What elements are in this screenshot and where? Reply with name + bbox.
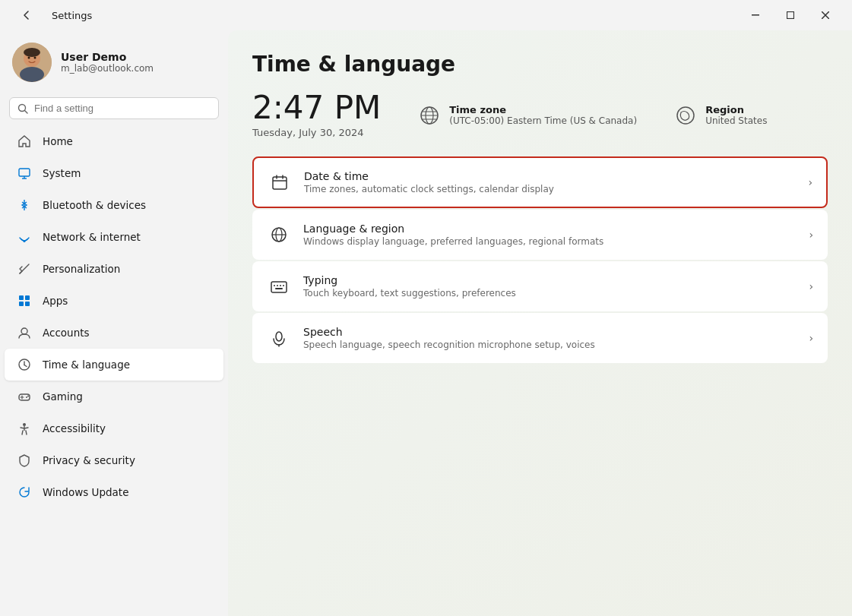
region-label: Region [705,104,767,115]
current-time: 2:47 PM [252,92,381,124]
page-title: Time & language [252,52,828,77]
timezone-text: Time zone (UTC-05:00) Eastern Time (US &… [449,104,637,126]
time-header: 2:47 PM Tuesday, July 30, 2024 Time zone… [252,92,828,138]
card-text-language-region: Language & region Windows display langua… [303,223,797,247]
sidebar-item-label: Bluetooth & devices [43,199,146,211]
sidebar-item-label: Accounts [43,327,90,339]
card-subtitle-language-region: Windows display language, preferred lang… [303,236,797,247]
network-icon [17,229,32,245]
search-box [9,97,219,119]
accounts-icon [17,325,32,340]
card-icon-speech [267,326,291,350]
sidebar-item-label: System [43,167,81,179]
card-title-language-region: Language & region [303,223,797,235]
sidebar-item-privacy-security[interactable]: Privacy & security [5,444,223,476]
card-title-typing: Typing [303,274,797,286]
current-date: Tuesday, July 30, 2024 [252,127,381,138]
svg-rect-45 [271,282,287,292]
user-email: m_lab@outlook.com [61,63,154,74]
region-text: Region United States [705,104,767,126]
system-icon [17,166,32,181]
sidebar-item-label: Apps [43,295,68,307]
search-input[interactable] [34,103,211,114]
sidebar-item-apps[interactable]: Apps [5,285,223,317]
close-button[interactable] [808,3,843,27]
timezone-label: Time zone [449,104,637,115]
settings-list: Date & time Time zones, automatic clock … [252,156,828,363]
sidebar-item-accounts[interactable]: Accounts [5,317,223,349]
svg-point-29 [27,396,29,397]
region-icon [673,103,698,128]
svg-rect-17 [19,295,24,300]
region-value: United States [705,115,767,126]
svg-rect-1 [787,12,794,19]
user-profile[interactable]: User Demo m_lab@outlook.com [0,30,228,94]
sidebar-item-personalization[interactable]: Personalization [5,253,223,285]
svg-point-8 [28,57,30,59]
sidebar-item-label: Network & internet [43,231,141,243]
title-bar-controls [738,3,843,27]
sidebar-item-bluetooth[interactable]: Bluetooth & devices [5,189,223,221]
privacy-icon [17,453,32,468]
svg-point-28 [26,396,27,398]
chevron-right-icon: › [809,280,813,292]
maximize-button[interactable] [773,3,808,27]
svg-rect-38 [273,177,287,189]
svg-point-5 [20,67,44,82]
card-icon-typing [267,274,291,299]
svg-point-9 [34,57,36,59]
settings-card-typing[interactable]: Typing Touch keyboard, text suggestions,… [252,261,828,311]
user-info: User Demo m_lab@outlook.com [61,51,154,74]
main-content: Time & language 2:47 PM Tuesday, July 30… [228,30,852,616]
app-container: User Demo m_lab@outlook.com Home [0,30,852,616]
sidebar-item-home[interactable]: Home [5,125,223,157]
settings-card-date-time[interactable]: Date & time Time zones, automatic clock … [252,156,828,208]
svg-point-16 [24,240,26,242]
svg-line-11 [25,110,28,113]
sidebar-item-time-language[interactable]: Time & language [5,349,223,381]
svg-rect-19 [19,302,24,306]
sidebar-item-gaming[interactable]: Gaming [5,381,223,412]
home-icon [17,134,32,149]
settings-card-speech[interactable]: Speech Speech language, speech recogniti… [252,313,828,363]
sidebar-item-label: Gaming [43,390,83,403]
update-icon [17,485,32,500]
minimize-button[interactable] [738,3,773,27]
sidebar-item-label: Windows Update [43,486,128,498]
settings-card-language-region[interactable]: Language & region Windows display langua… [252,210,828,260]
card-text-speech: Speech Speech language, speech recogniti… [303,326,797,350]
search-container [0,97,228,125]
user-name: User Demo [61,51,154,63]
card-text-date-time: Date & time Time zones, automatic clock … [304,170,796,194]
card-icon-date-time [268,170,292,194]
svg-point-51 [276,332,282,341]
sidebar-item-network[interactable]: Network & internet [5,221,223,253]
time-display: 2:47 PM Tuesday, July 30, 2024 [252,92,381,138]
bluetooth-icon [17,197,32,213]
sidebar: User Demo m_lab@outlook.com Home [0,30,228,616]
svg-point-30 [23,423,26,426]
svg-point-21 [21,328,27,334]
sidebar-item-label: Time & language [43,359,130,371]
card-subtitle-speech: Speech language, speech recognition micr… [303,340,797,350]
personalization-icon [17,261,32,276]
nav-list: Home System Bluetooth & devices Network … [0,125,228,508]
gaming-icon [17,389,32,404]
chevron-right-icon: › [808,176,812,188]
sidebar-item-accessibility[interactable]: Accessibility [5,412,223,444]
region-group: Region United States [673,103,767,128]
back-button[interactable] [9,3,44,27]
timezone-value: (UTC-05:00) Eastern Time (US & Canada) [449,115,637,126]
svg-rect-12 [19,169,30,176]
card-subtitle-date-time: Time zones, automatic clock settings, ca… [304,184,796,194]
chevron-right-icon: › [809,332,813,344]
sidebar-item-label: Home [43,135,73,147]
card-title-date-time: Date & time [304,170,796,182]
svg-point-37 [677,107,694,124]
svg-point-7 [24,48,40,57]
sidebar-item-label: Privacy & security [43,454,135,466]
svg-rect-18 [25,295,30,300]
sidebar-item-windows-update[interactable]: Windows Update [5,476,223,508]
search-icon [17,103,28,114]
sidebar-item-system[interactable]: System [5,157,223,189]
